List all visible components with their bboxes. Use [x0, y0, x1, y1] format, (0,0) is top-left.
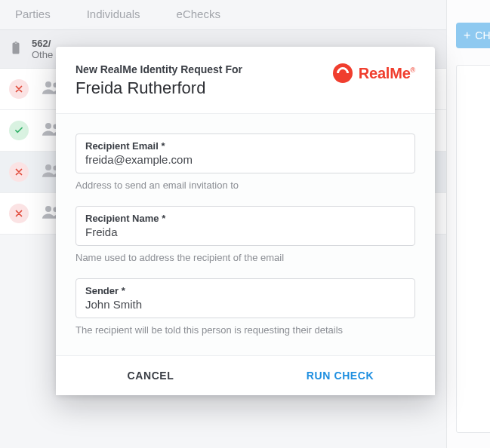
- input-wrap[interactable]: Recipient Name *: [76, 206, 415, 246]
- svg-point-2: [45, 123, 51, 129]
- status-error-icon: [9, 162, 29, 182]
- cancel-button[interactable]: CANCEL: [56, 356, 245, 395]
- tab-parties[interactable]: Parties: [15, 8, 51, 20]
- modal-header: New RealMe Identity Request For Freida R…: [56, 47, 435, 114]
- matter-number: 562/: [32, 38, 53, 49]
- tab-individuals[interactable]: Individuals: [87, 8, 140, 20]
- recipient-name-input[interactable]: [85, 226, 405, 238]
- new-check-label: CH: [475, 29, 490, 41]
- modal-footer: CANCEL RUN CHECK: [56, 355, 435, 395]
- modal-person-name: Freida Rutherford: [76, 78, 242, 98]
- matter-meta: 562/ Othe: [32, 38, 53, 60]
- svg-point-6: [45, 206, 51, 212]
- plus-icon: +: [464, 29, 470, 42]
- input-wrap[interactable]: Sender *: [76, 278, 415, 318]
- identity-request-modal: New RealMe Identity Request For Freida R…: [56, 47, 435, 395]
- tab-echecks[interactable]: eChecks: [177, 8, 220, 20]
- realme-brand: RealMe®: [333, 63, 415, 83]
- realme-logo-icon: [333, 63, 353, 83]
- tabs-row: Parties Individuals eChecks: [0, 0, 490, 29]
- field-hint: Address to send an email invitation to: [76, 180, 415, 191]
- right-column: + CH: [446, 0, 490, 448]
- new-check-button[interactable]: + CH: [456, 23, 490, 48]
- field-recipient-email: Recipient Email * Address to send an ema…: [76, 133, 415, 191]
- svg-point-0: [45, 81, 51, 87]
- input-wrap[interactable]: Recipient Email *: [76, 133, 415, 173]
- realme-brand-text: RealMe®: [359, 65, 415, 82]
- recipient-email-input[interactable]: [85, 153, 405, 166]
- run-check-button[interactable]: RUN CHECK: [245, 356, 435, 395]
- field-sender: Sender * The recipient will be told this…: [76, 278, 415, 336]
- status-success-icon: [9, 121, 29, 140]
- right-panel: [456, 65, 490, 433]
- status-error-icon: [9, 79, 29, 99]
- matter-sub: Othe: [32, 49, 53, 60]
- svg-point-4: [45, 164, 51, 170]
- modal-body: Recipient Email * Address to send an ema…: [56, 114, 435, 355]
- field-hint: Name used to address the recipient of th…: [76, 252, 415, 263]
- modal-subtitle: New RealMe Identity Request For: [76, 63, 242, 75]
- status-error-icon: [9, 204, 29, 223]
- sender-input[interactable]: [85, 298, 405, 311]
- field-hint: The recipient will be told this person i…: [76, 324, 415, 336]
- field-recipient-name: Recipient Name * Name used to address th…: [76, 206, 415, 263]
- field-label: Recipient Name *: [85, 213, 405, 224]
- clipboard-icon: [9, 41, 23, 57]
- field-label: Sender *: [85, 285, 405, 296]
- modal-title-block: New RealMe Identity Request For Freida R…: [76, 63, 242, 98]
- field-label: Recipient Email *: [85, 140, 405, 152]
